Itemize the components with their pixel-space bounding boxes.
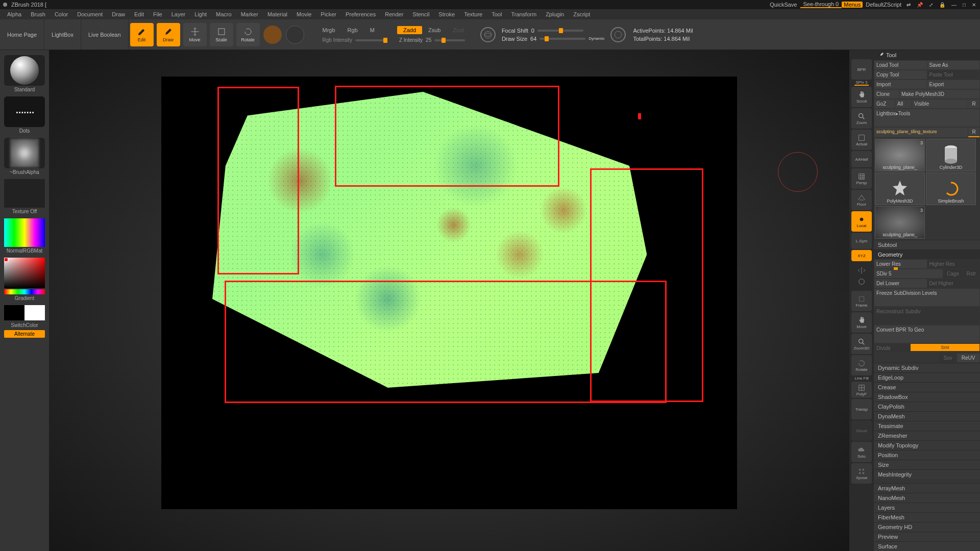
suv-button[interactable]: Suv xyxy=(939,354,957,362)
menu-draw[interactable]: Draw xyxy=(112,11,125,17)
arraymesh-section[interactable]: ArrayMesh xyxy=(874,483,980,493)
brush-gyro-icon[interactable] xyxy=(610,27,626,42)
minimize-icon[interactable]: — xyxy=(949,2,959,8)
del-lower-button[interactable]: Del Lower xyxy=(874,279,927,288)
material-selector[interactable] xyxy=(4,218,45,247)
lower-res-button[interactable]: Lower Res xyxy=(874,260,927,268)
del-higher-button[interactable]: Del Higher xyxy=(927,279,980,288)
pin-icon[interactable]: 📌 xyxy=(915,2,925,8)
meshintegrity-section[interactable]: MeshIntegrity xyxy=(874,469,980,479)
menu-layer[interactable]: Layer xyxy=(172,11,186,17)
reconstruct-button[interactable]: Reconstruct Subdiv xyxy=(874,307,979,324)
surface-section[interactable]: Surface xyxy=(874,541,980,551)
menu-picker[interactable]: Picker xyxy=(321,11,336,17)
seethrough-control[interactable]: See-through 0 xyxy=(800,1,842,8)
crease-section[interactable]: Crease xyxy=(874,382,980,392)
focal-shift-slider[interactable] xyxy=(537,30,583,32)
sdiv-slider[interactable]: SDiv 5 xyxy=(874,269,943,278)
scroll-button[interactable]: Scroll xyxy=(851,87,872,107)
save-as-button[interactable]: Save As xyxy=(927,61,980,69)
close-icon[interactable]: ✕ xyxy=(970,2,978,8)
bw-swatches[interactable] xyxy=(4,305,45,320)
nanomesh-section[interactable]: NanoMesh xyxy=(874,493,980,503)
lock-icon[interactable]: 🔒 xyxy=(937,2,947,8)
aahalf-button[interactable]: AAHalf xyxy=(851,151,872,167)
menu-stencil[interactable]: Stencil xyxy=(412,11,429,17)
transp-button[interactable]: Transp xyxy=(851,399,872,419)
linefill-label[interactable]: Line Fill xyxy=(854,376,869,381)
project-name[interactable]: sculpting_plane_tiling_texture xyxy=(874,128,968,137)
ghost-button[interactable]: Ghost xyxy=(851,420,872,441)
mode-zcut[interactable]: Zcut xyxy=(447,26,470,34)
size-section[interactable]: Size xyxy=(874,460,980,469)
menu-zscript[interactable]: Zscript xyxy=(573,11,590,17)
project-r[interactable]: R xyxy=(968,128,979,137)
freeze-subdiv-button[interactable]: Freeze SubDivision Levels xyxy=(874,289,979,306)
live-boolean-button[interactable]: Live Boolean xyxy=(81,19,129,49)
divide-button[interactable]: Divide xyxy=(874,344,910,353)
goz-visible-button[interactable]: Visible xyxy=(912,99,968,108)
menu-macro[interactable]: Macro xyxy=(216,11,232,17)
zoom3d-button[interactable]: Zoom3D xyxy=(851,334,872,354)
menu-movie[interactable]: Movie xyxy=(297,11,311,17)
draw-mode-button[interactable]: Draw xyxy=(157,23,180,46)
menu-light[interactable]: Light xyxy=(194,11,207,17)
copy-tool-button[interactable]: Copy Tool xyxy=(874,70,927,79)
menu-stroke[interactable]: Stroke xyxy=(438,11,455,17)
import-button[interactable]: Import xyxy=(874,80,927,89)
rstr-button[interactable]: Rstr xyxy=(963,269,979,278)
load-tool-button[interactable]: Load Tool xyxy=(874,61,927,69)
draw-size-slider[interactable] xyxy=(540,38,585,40)
menu-tool[interactable]: Tool xyxy=(492,11,502,17)
shadowbox-section[interactable]: ShadowBox xyxy=(874,392,980,402)
xyz-button[interactable]: XYZ xyxy=(851,250,872,261)
radial-icon[interactable] xyxy=(857,278,866,286)
zoom-button[interactable]: Zoom xyxy=(851,108,872,129)
tool-tile-simplebrush[interactable]: SimpleBrush xyxy=(926,172,976,205)
color-picker[interactable] xyxy=(4,258,45,288)
goz-r-button[interactable]: R xyxy=(968,99,979,108)
subtool-section[interactable]: Subtool xyxy=(874,240,980,249)
layers-section[interactable]: Layers xyxy=(874,503,980,512)
position-section[interactable]: Position xyxy=(874,450,980,460)
rotate3d-button[interactable]: Rotate xyxy=(851,355,872,375)
persp-button[interactable]: Persp xyxy=(851,168,872,189)
export-button[interactable]: Export xyxy=(927,80,980,89)
dynamic-toggle[interactable]: Dynamic xyxy=(589,36,604,41)
move3d-button[interactable]: Move xyxy=(851,312,872,333)
tool-header[interactable]: Tool xyxy=(874,50,980,60)
menu-texture[interactable]: Texture xyxy=(464,11,482,17)
smt-toggle[interactable]: Smt xyxy=(911,344,979,351)
z-intensity-slider[interactable] xyxy=(434,39,465,41)
alternate-button[interactable]: Alternate xyxy=(4,330,45,338)
claypolish-section[interactable]: ClayPolish xyxy=(874,402,980,411)
lsym-button[interactable]: L.Sym xyxy=(851,233,872,249)
fibermesh-section[interactable]: FiberMesh xyxy=(874,512,980,522)
home-page-button[interactable]: Home Page xyxy=(0,19,44,49)
texture-selector[interactable] xyxy=(4,179,45,208)
xpose-button[interactable]: Xpose xyxy=(851,463,872,484)
goz-all-button[interactable]: All xyxy=(895,99,912,108)
switch-color-button[interactable]: SwitchColor xyxy=(4,321,45,329)
local-button[interactable]: Local xyxy=(851,211,872,232)
move-mode-button[interactable]: Move xyxy=(183,23,207,46)
canvas[interactable] xyxy=(161,77,737,509)
menus-button[interactable]: Menus xyxy=(842,2,863,8)
edgeloop-section[interactable]: EdgeLoop xyxy=(874,372,980,382)
zremesher-section[interactable]: ZRemesher xyxy=(874,431,980,440)
mode-zsub[interactable]: Zsub xyxy=(422,26,447,34)
menu-color[interactable]: Color xyxy=(55,11,68,17)
geometryhd-section[interactable]: Geometry HD xyxy=(874,522,980,532)
clone-button[interactable]: Clone xyxy=(874,90,899,98)
dynamic-subdiv-section[interactable]: Dynamic Subdiv xyxy=(874,363,980,372)
mode-m[interactable]: M xyxy=(364,26,390,34)
rgb-intensity-slider[interactable] xyxy=(355,39,386,41)
menu-render[interactable]: Render xyxy=(385,11,403,17)
higher-res-button[interactable]: Higher Res xyxy=(927,260,980,268)
gizmo-toggle[interactable] xyxy=(286,26,304,44)
stroke-selector[interactable]: ∙∙∙∙∙∙∙ xyxy=(4,96,45,127)
menu-marker[interactable]: Marker xyxy=(241,11,258,17)
menu-file[interactable]: File xyxy=(153,11,162,17)
hue-strip[interactable] xyxy=(4,289,45,294)
geometry-section[interactable]: Geometry xyxy=(874,249,980,259)
